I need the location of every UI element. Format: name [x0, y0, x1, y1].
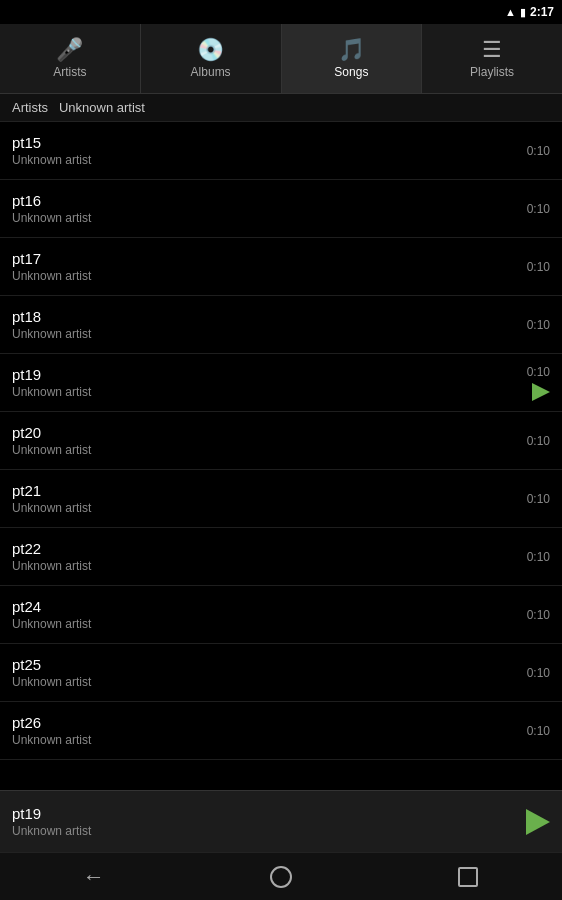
song-duration: 0:10: [527, 550, 550, 564]
song-item[interactable]: pt20Unknown artist0:10: [0, 412, 562, 470]
song-item[interactable]: pt25Unknown artist0:10: [0, 644, 562, 702]
status-icons: ▲ ▮ 2:17: [505, 5, 554, 19]
tab-albums[interactable]: 💿 Albums: [141, 24, 282, 93]
section-header: Artists Unknown artist: [0, 94, 562, 122]
song-duration: 0:10: [527, 202, 550, 216]
now-playing-title: pt19: [12, 805, 91, 822]
song-title: pt22: [12, 540, 510, 557]
song-artist: Unknown artist: [12, 211, 510, 225]
song-duration: 0:10: [527, 365, 550, 379]
song-duration: 0:10: [527, 318, 550, 332]
song-info: pt20Unknown artist: [12, 424, 510, 457]
tab-bar: 🎤 Artists 💿 Albums 🎵 Songs ☰ Playlists: [0, 24, 562, 94]
song-duration: 0:10: [527, 434, 550, 448]
song-info: pt16Unknown artist: [12, 192, 510, 225]
tab-albums-label: Albums: [191, 65, 231, 79]
song-right: 0:10: [510, 260, 550, 274]
song-right: 0:10: [510, 318, 550, 332]
song-right: 0:10: [510, 666, 550, 680]
now-playing-bar[interactable]: pt19 Unknown artist: [0, 790, 562, 852]
artists-icon: 🎤: [56, 39, 83, 61]
tab-artists-label: Artists: [53, 65, 86, 79]
song-artist: Unknown artist: [12, 269, 510, 283]
song-title: pt17: [12, 250, 510, 267]
song-duration: 0:10: [527, 260, 550, 274]
recents-square-icon: [458, 867, 478, 887]
song-right: 0:10: [510, 492, 550, 506]
now-playing-info: pt19 Unknown artist: [12, 805, 91, 838]
song-right: 0:10: [510, 202, 550, 216]
clock: 2:17: [530, 5, 554, 19]
song-item[interactable]: pt26Unknown artist0:10: [0, 702, 562, 760]
songs-icon: 🎵: [338, 39, 365, 61]
song-right: 0:10: [510, 144, 550, 158]
song-info: pt21Unknown artist: [12, 482, 510, 515]
section-header-unknown: Unknown artist: [59, 100, 145, 115]
tab-artists[interactable]: 🎤 Artists: [0, 24, 141, 93]
song-duration: 0:10: [527, 492, 550, 506]
song-artist: Unknown artist: [12, 559, 510, 573]
song-right: 0:10: [510, 434, 550, 448]
song-list: pt15Unknown artist0:10pt16Unknown artist…: [0, 122, 562, 786]
nav-home-button[interactable]: [187, 853, 374, 900]
song-artist: Unknown artist: [12, 153, 510, 167]
song-artist: Unknown artist: [12, 327, 510, 341]
song-item[interactable]: pt18Unknown artist0:10: [0, 296, 562, 354]
song-info: pt15Unknown artist: [12, 134, 510, 167]
song-item[interactable]: pt24Unknown artist0:10: [0, 586, 562, 644]
song-title: pt20: [12, 424, 510, 441]
song-item[interactable]: pt17Unknown artist0:10: [0, 238, 562, 296]
battery-icon: ▮: [520, 6, 526, 19]
song-artist: Unknown artist: [12, 501, 510, 515]
song-info: pt22Unknown artist: [12, 540, 510, 573]
nav-back-button[interactable]: ←: [0, 853, 187, 900]
wifi-icon: ▲: [505, 6, 516, 18]
song-info: pt24Unknown artist: [12, 598, 510, 631]
now-playing-play-button[interactable]: [526, 809, 550, 835]
song-duration: 0:10: [527, 608, 550, 622]
song-item[interactable]: pt15Unknown artist0:10: [0, 122, 562, 180]
song-title: pt25: [12, 656, 510, 673]
playlists-icon: ☰: [482, 39, 502, 61]
nav-recents-button[interactable]: [375, 853, 562, 900]
song-item[interactable]: pt19Unknown artist0:10: [0, 354, 562, 412]
tab-playlists[interactable]: ☰ Playlists: [422, 24, 562, 93]
song-title: pt24: [12, 598, 510, 615]
song-title: pt21: [12, 482, 510, 499]
song-artist: Unknown artist: [12, 617, 510, 631]
song-right: 0:10: [510, 550, 550, 564]
song-info: pt25Unknown artist: [12, 656, 510, 689]
tab-songs-label: Songs: [334, 65, 368, 79]
song-item[interactable]: pt21Unknown artist0:10: [0, 470, 562, 528]
song-artist: Unknown artist: [12, 443, 510, 457]
song-artist: Unknown artist: [12, 675, 510, 689]
back-arrow-icon: ←: [83, 864, 105, 890]
song-item[interactable]: pt16Unknown artist0:10: [0, 180, 562, 238]
song-info: pt19Unknown artist: [12, 366, 510, 399]
song-info: pt17Unknown artist: [12, 250, 510, 283]
song-title: pt19: [12, 366, 510, 383]
song-artist: Unknown artist: [12, 733, 510, 747]
song-info: pt18Unknown artist: [12, 308, 510, 341]
song-item[interactable]: pt22Unknown artist0:10: [0, 528, 562, 586]
section-header-artists: Artists: [12, 100, 48, 115]
albums-icon: 💿: [197, 39, 224, 61]
song-title: pt16: [12, 192, 510, 209]
now-playing-artist: Unknown artist: [12, 824, 91, 838]
song-duration: 0:10: [527, 666, 550, 680]
song-duration: 0:10: [527, 724, 550, 738]
song-title: pt18: [12, 308, 510, 325]
tab-playlists-label: Playlists: [470, 65, 514, 79]
song-duration: 0:10: [527, 144, 550, 158]
play-icon: [532, 383, 550, 401]
song-title: pt15: [12, 134, 510, 151]
song-artist: Unknown artist: [12, 385, 510, 399]
nav-bar: ←: [0, 852, 562, 900]
song-info: pt26Unknown artist: [12, 714, 510, 747]
home-circle-icon: [270, 866, 292, 888]
song-right: 0:10: [510, 608, 550, 622]
song-right: 0:10: [510, 724, 550, 738]
song-title: pt26: [12, 714, 510, 731]
status-bar: ▲ ▮ 2:17: [0, 0, 562, 24]
tab-songs[interactable]: 🎵 Songs: [282, 24, 423, 93]
